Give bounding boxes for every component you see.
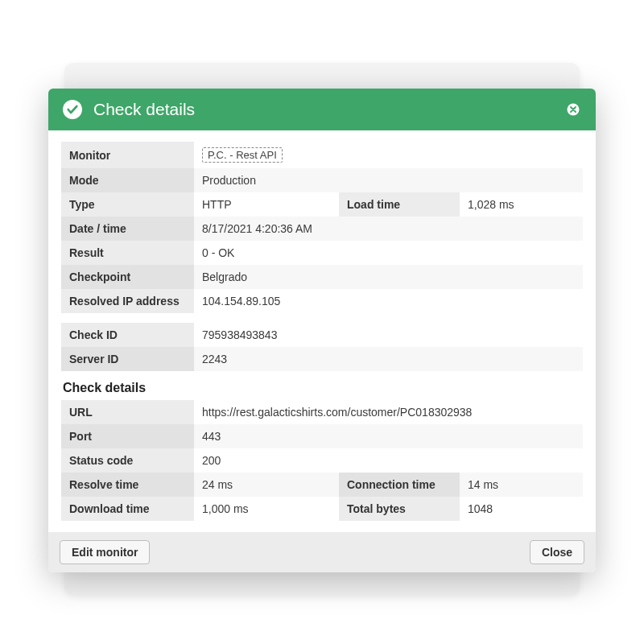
row-server-id: Server ID 2243 bbox=[61, 347, 583, 371]
label-datetime: Date / time bbox=[61, 217, 194, 241]
row-checkpoint: Checkpoint Belgrado bbox=[61, 265, 583, 289]
row-result: Result 0 - OK bbox=[61, 241, 583, 265]
label-connection-time: Connection time bbox=[339, 473, 460, 497]
label-total-bytes: Total bytes bbox=[339, 497, 460, 521]
label-resolve-time: Resolve time bbox=[61, 473, 194, 497]
modal-body: Monitor P.C. - Rest API Mode Production … bbox=[48, 130, 596, 532]
value-connection-time: 14 ms bbox=[460, 473, 583, 497]
label-resolved-ip: Resolved IP address bbox=[61, 289, 194, 313]
row-url: URL https://rest.galacticshirts.com/cust… bbox=[61, 400, 583, 424]
value-load-time: 1,028 ms bbox=[460, 192, 583, 217]
value-server-id: 2243 bbox=[194, 347, 583, 371]
row-status-code: Status code 200 bbox=[61, 448, 583, 473]
label-check-id: Check ID bbox=[61, 323, 194, 347]
modal-title: Check details bbox=[93, 100, 565, 119]
close-button[interactable]: Close bbox=[530, 540, 584, 564]
value-checkpoint: Belgrado bbox=[194, 265, 583, 289]
label-port: Port bbox=[61, 424, 194, 448]
row-datetime: Date / time 8/17/2021 4:20:36 AM bbox=[61, 217, 583, 241]
label-url: URL bbox=[61, 400, 194, 424]
value-mode: Production bbox=[194, 168, 583, 192]
check-details-modal: Check details Monitor P.C. - Rest API Mo… bbox=[48, 89, 596, 572]
modal-header: Check details bbox=[48, 89, 596, 130]
label-server-id: Server ID bbox=[61, 347, 194, 371]
value-type: HTTP bbox=[194, 192, 339, 217]
row-download-time: Download time 1,000 ms Total bytes 1048 bbox=[61, 497, 583, 521]
row-resolve-time: Resolve time 24 ms Connection time 14 ms bbox=[61, 473, 583, 497]
value-download-time: 1,000 ms bbox=[194, 497, 339, 521]
value-resolve-time: 24 ms bbox=[194, 473, 339, 497]
value-datetime: 8/17/2021 4:20:36 AM bbox=[194, 217, 583, 241]
check-details-table: URL https://rest.galacticshirts.com/cust… bbox=[61, 400, 583, 521]
label-checkpoint: Checkpoint bbox=[61, 265, 194, 289]
label-status-code: Status code bbox=[61, 448, 194, 473]
label-download-time: Download time bbox=[61, 497, 194, 521]
check-circle-icon bbox=[63, 100, 82, 119]
value-port: 443 bbox=[194, 424, 583, 448]
close-icon[interactable] bbox=[565, 101, 581, 118]
value-resolved-ip: 104.154.89.105 bbox=[194, 289, 583, 313]
label-load-time: Load time bbox=[339, 192, 460, 217]
monitor-link[interactable]: P.C. - Rest API bbox=[202, 147, 283, 163]
row-mode: Mode Production bbox=[61, 168, 583, 192]
check-details-heading: Check details bbox=[63, 381, 583, 395]
value-check-id: 795938493843 bbox=[194, 323, 583, 347]
row-port: Port 443 bbox=[61, 424, 583, 448]
label-monitor: Monitor bbox=[61, 142, 194, 168]
value-url: https://rest.galacticshirts.com/customer… bbox=[194, 400, 583, 424]
edit-monitor-button[interactable]: Edit monitor bbox=[60, 540, 150, 564]
value-status-code: 200 bbox=[194, 448, 583, 473]
ids-table: Check ID 795938493843 Server ID 2243 bbox=[61, 323, 583, 371]
row-check-id: Check ID 795938493843 bbox=[61, 323, 583, 347]
general-info-table: Monitor P.C. - Rest API Mode Production … bbox=[61, 142, 583, 313]
modal-footer: Edit monitor Close bbox=[48, 532, 596, 572]
label-result: Result bbox=[61, 241, 194, 265]
label-type: Type bbox=[61, 192, 194, 217]
value-total-bytes: 1048 bbox=[460, 497, 583, 521]
row-type: Type HTTP Load time 1,028 ms bbox=[61, 192, 583, 217]
row-resolved-ip: Resolved IP address 104.154.89.105 bbox=[61, 289, 583, 313]
row-monitor: Monitor P.C. - Rest API bbox=[61, 142, 583, 168]
value-result: 0 - OK bbox=[194, 241, 583, 265]
label-mode: Mode bbox=[61, 168, 194, 192]
